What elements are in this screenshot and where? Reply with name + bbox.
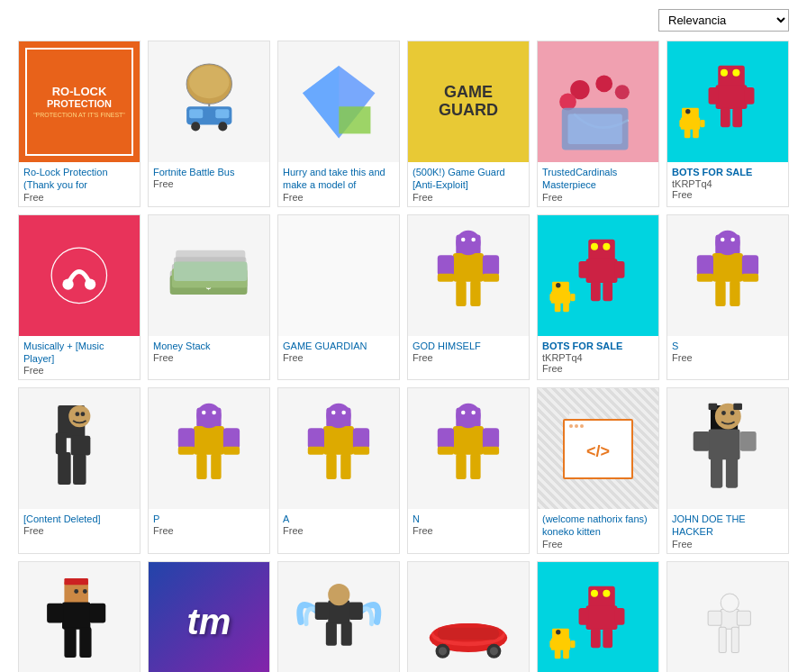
model-card[interactable]: Fortnite Battle BusFree xyxy=(148,41,270,207)
svg-marker-9 xyxy=(303,66,339,138)
item-info: PFree xyxy=(149,509,269,540)
svg-point-161 xyxy=(603,590,610,597)
item-price: Free xyxy=(283,525,394,536)
item-name[interactable]: S xyxy=(672,340,784,352)
model-card[interactable]: Musically + [Music Player]Free xyxy=(18,214,141,381)
item-info: GOD HIMSELFFree xyxy=(408,336,529,367)
svg-rect-107 xyxy=(340,454,350,479)
item-name[interactable]: BOTS FOR SALE xyxy=(672,166,784,178)
model-card[interactable]: GAMEGUARD (500K!) Game Guard [Anti-Explo… xyxy=(407,41,530,207)
model-card[interactable]: AFree xyxy=(277,387,400,554)
svg-rect-128 xyxy=(711,458,722,488)
svg-rect-115 xyxy=(438,428,454,449)
svg-rect-133 xyxy=(708,404,717,410)
item-name[interactable]: A xyxy=(283,513,394,525)
item-price: Free xyxy=(283,192,394,203)
svg-rect-85 xyxy=(70,436,90,456)
svg-rect-179 xyxy=(737,611,750,625)
svg-point-55 xyxy=(471,237,476,241)
item-name[interactable]: Musically + [Music Player] xyxy=(23,340,135,366)
item-name[interactable]: (500K!) Game Guard [Anti-Exploit] xyxy=(413,166,524,192)
item-name[interactable]: [Content Deleted] xyxy=(23,513,135,525)
model-card[interactable]: JOHN DOE THE HACKERFree xyxy=(666,387,789,554)
svg-rect-98 xyxy=(223,447,240,455)
item-name[interactable]: TrustedCardinals Masterpiece xyxy=(542,166,654,192)
model-card[interactable] xyxy=(537,561,659,672)
model-card[interactable]: $ Money StackFree xyxy=(148,214,270,381)
svg-rect-46 xyxy=(453,253,484,282)
item-name[interactable]: GAME GUARDIAN xyxy=(283,340,394,352)
svg-rect-71 xyxy=(563,302,569,312)
svg-point-101 xyxy=(212,411,216,415)
svg-rect-139 xyxy=(64,628,76,658)
svg-point-160 xyxy=(591,590,598,597)
item-name[interactable]: BOTS FOR SALE xyxy=(542,340,654,352)
model-card[interactable] xyxy=(18,561,141,672)
svg-rect-162 xyxy=(586,605,618,630)
model-card[interactable]: BOTS FOR SALEtKRPTq4Free xyxy=(537,214,659,381)
model-card[interactable]: NFree xyxy=(407,387,530,554)
svg-point-145 xyxy=(328,585,349,606)
sort-select[interactable]: Relevancia Most Visited Most Favorited R… xyxy=(658,9,789,32)
item-name[interactable]: Money Stack xyxy=(153,340,265,352)
svg-rect-104 xyxy=(308,428,324,449)
svg-rect-77 xyxy=(730,280,739,305)
svg-rect-4 xyxy=(215,109,229,118)
svg-rect-22 xyxy=(716,85,748,109)
item-price: Free xyxy=(153,352,265,363)
item-info: AFree xyxy=(278,509,399,540)
svg-rect-52 xyxy=(483,273,499,281)
svg-rect-149 xyxy=(349,603,363,620)
svg-rect-170 xyxy=(549,640,554,648)
svg-point-53 xyxy=(456,230,480,254)
svg-point-21 xyxy=(732,69,739,77)
model-card[interactable]: SFree xyxy=(666,214,789,381)
svg-point-80 xyxy=(715,230,739,254)
item-name[interactable]: Hurry and take this and make a model of xyxy=(283,166,394,192)
model-card[interactable]: tm xyxy=(148,561,270,672)
svg-point-81 xyxy=(721,237,725,241)
model-card[interactable]: RO-LOCK PROTECTION "PROTECTION AT IT'S F… xyxy=(18,41,141,207)
item-name[interactable]: N xyxy=(413,513,524,525)
svg-rect-49 xyxy=(456,280,466,305)
svg-rect-164 xyxy=(615,608,625,625)
svg-rect-84 xyxy=(55,432,66,454)
svg-rect-70 xyxy=(555,302,561,312)
item-name[interactable]: JOHN DOE THE HACKER xyxy=(672,513,784,539)
model-card[interactable]: BOTS FOR SALEtKRPTq4Free xyxy=(666,41,789,207)
svg-point-7 xyxy=(218,122,227,131)
item-name[interactable]: (welcome nathorix fans) koneko kitten xyxy=(542,513,654,539)
item-name[interactable]: P xyxy=(153,513,265,525)
model-card[interactable]: TrustedCardinals MasterpieceFree xyxy=(537,41,659,207)
svg-rect-134 xyxy=(733,404,742,410)
svg-rect-120 xyxy=(483,447,499,455)
svg-rect-73 xyxy=(712,253,743,282)
svg-rect-93 xyxy=(178,428,195,449)
svg-rect-106 xyxy=(326,454,336,479)
model-card[interactable]: PFree xyxy=(148,387,270,554)
model-card[interactable]: GAME GUARDIANFree xyxy=(277,214,400,381)
item-info: Money StackFree xyxy=(149,336,269,367)
model-card[interactable] xyxy=(407,561,530,672)
item-name[interactable]: Ro-Lock Protection (Thank you for xyxy=(23,166,135,192)
svg-rect-129 xyxy=(726,458,738,488)
model-card[interactable]: GOD HIMSELFFree xyxy=(407,214,530,381)
model-card[interactable] xyxy=(277,561,400,672)
item-info: GAME GUARDIANFree xyxy=(278,336,399,367)
svg-rect-50 xyxy=(470,280,480,305)
svg-rect-26 xyxy=(732,108,742,127)
item-name[interactable]: Fortnite Battle Bus xyxy=(153,166,265,178)
item-name[interactable]: GOD HIMSELF xyxy=(413,340,524,352)
svg-rect-114 xyxy=(453,426,484,455)
model-card[interactable]: Hurry and take this and make a model ofF… xyxy=(277,41,400,207)
model-card[interactable]: [Content Deleted]Free xyxy=(18,387,141,554)
svg-rect-3 xyxy=(189,109,203,118)
svg-rect-78 xyxy=(697,273,713,281)
model-card[interactable] xyxy=(666,561,789,672)
svg-rect-126 xyxy=(693,431,709,451)
svg-rect-44 xyxy=(174,262,247,281)
svg-point-175 xyxy=(721,594,739,612)
svg-rect-118 xyxy=(470,454,480,479)
model-card[interactable]: </> (welcome nathorix fans) koneko kitte… xyxy=(537,387,659,554)
svg-point-112 xyxy=(341,411,346,415)
